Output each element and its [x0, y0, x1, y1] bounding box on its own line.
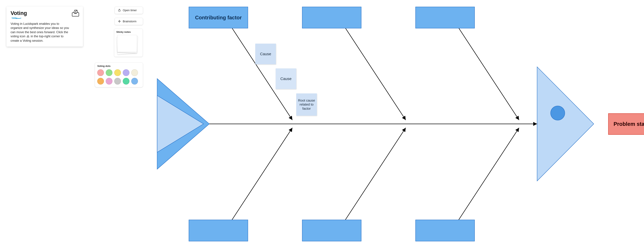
- cause-note-2[interactable]: Cause: [276, 68, 296, 89]
- bone-bottom-1: [232, 128, 292, 220]
- factor-box-top-3[interactable]: [416, 7, 475, 28]
- fishbone-svg: [0, 0, 644, 246]
- bone-bottom-3: [458, 128, 519, 220]
- factor-box-bottom-1[interactable]: [189, 220, 248, 241]
- cause-note-1[interactable]: Cause: [255, 44, 276, 64]
- fish-tail[interactable]: [157, 79, 209, 169]
- factor-box-top-2[interactable]: [302, 7, 362, 28]
- bone-top-2: [345, 28, 406, 120]
- svg-marker-10: [537, 67, 594, 181]
- problem-statement-box[interactable]: Problem statement: [608, 113, 644, 135]
- fish-head[interactable]: [537, 67, 594, 181]
- fish-eye: [550, 106, 565, 120]
- factor-box-bottom-2[interactable]: [302, 220, 362, 241]
- cause-note-3[interactable]: Root cause related to factor: [296, 93, 317, 116]
- factor-box-top-1[interactable]: Contributing factor: [189, 7, 248, 28]
- bone-top-3: [458, 28, 519, 120]
- bone-bottom-2: [345, 128, 406, 220]
- factor-box-bottom-3[interactable]: [416, 220, 475, 241]
